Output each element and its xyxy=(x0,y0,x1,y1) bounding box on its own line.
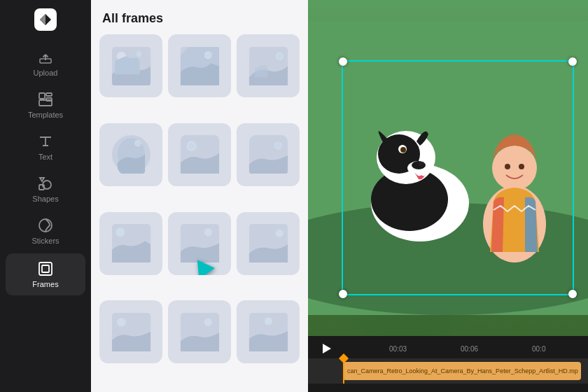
cursor-pointer xyxy=(197,258,216,275)
svg-point-43 xyxy=(412,161,426,169)
svg-point-29 xyxy=(275,230,283,237)
svg-point-33 xyxy=(204,318,211,326)
svg-point-44 xyxy=(419,162,424,166)
sidebar-item-shapes-label: Shapes xyxy=(32,195,58,203)
frame-item[interactable] xyxy=(168,212,231,275)
frame-item[interactable] xyxy=(237,34,300,97)
frame-thumbnail xyxy=(109,221,153,265)
frame-thumbnail xyxy=(246,221,290,265)
timeline-controls: 00:03 00:06 00:0 xyxy=(308,336,588,358)
sidebar-item-templates-label: Templates xyxy=(28,111,63,119)
video-canvas[interactable] xyxy=(308,0,588,336)
frame-item[interactable] xyxy=(168,34,231,97)
svg-point-25 xyxy=(115,227,125,237)
timeline-ruler: 00:03 00:06 00:0 xyxy=(342,343,580,354)
templates-icon xyxy=(37,91,54,108)
sidebar-item-text[interactable]: Text xyxy=(0,126,91,168)
sidebar-item-text-label: Text xyxy=(38,153,52,161)
sidebar-item-templates[interactable]: Templates xyxy=(0,84,91,126)
svg-rect-10 xyxy=(42,265,49,272)
upload-icon xyxy=(37,49,54,66)
sidebar-item-stickers[interactable]: Stickers xyxy=(0,210,91,252)
playhead[interactable] xyxy=(343,358,344,384)
text-icon xyxy=(37,133,54,150)
sidebar: Upload Templates Text Shapes Stickers xyxy=(0,0,91,392)
sidebar-item-shapes[interactable]: Shapes xyxy=(0,168,91,210)
play-button[interactable] xyxy=(316,339,336,358)
frame-item[interactable] xyxy=(237,300,300,363)
frames-panel: All frames xyxy=(91,0,308,392)
frame-thumbnail xyxy=(178,221,222,265)
shapes-icon xyxy=(37,175,54,192)
stickers-icon xyxy=(37,217,54,234)
sidebar-item-upload-label: Upload xyxy=(34,69,58,77)
svg-rect-2 xyxy=(39,93,45,99)
frames-icon xyxy=(37,260,54,277)
svg-marker-51 xyxy=(323,344,331,354)
frame-thumbnail xyxy=(109,44,153,88)
frames-grid xyxy=(91,34,308,392)
time-marker-2: 00:06 xyxy=(461,345,478,353)
clip-name: can_Camera_Retro_Looking_At_Camera_By_Ha… xyxy=(347,368,578,374)
svg-point-31 xyxy=(117,318,126,327)
frame-item[interactable] xyxy=(237,212,300,275)
frame-thumbnail xyxy=(246,44,290,88)
svg-point-48 xyxy=(492,146,537,190)
svg-point-27 xyxy=(204,228,211,236)
svg-rect-3 xyxy=(46,93,52,96)
video-clip[interactable]: can_Camera_Retro_Looking_At_Camera_By_Ha… xyxy=(343,362,581,380)
frame-item[interactable] xyxy=(99,34,162,97)
frame-item[interactable] xyxy=(168,300,231,363)
frame-item[interactable] xyxy=(99,123,162,186)
frame-item[interactable] xyxy=(99,212,162,275)
sidebar-item-frames[interactable]: Frames xyxy=(6,253,85,295)
svg-rect-9 xyxy=(39,262,52,275)
svg-point-35 xyxy=(264,317,272,325)
sidebar-item-upload[interactable]: Upload xyxy=(0,42,91,84)
app-logo xyxy=(31,6,59,34)
video-scene xyxy=(308,0,588,336)
frame-item[interactable] xyxy=(99,300,162,363)
editor-area: 00:03 00:06 00:0 can_Camera_Retro_Lookin… xyxy=(308,0,588,392)
svg-point-49 xyxy=(505,164,510,169)
panel-title: All frames xyxy=(91,0,308,34)
sidebar-item-frames-label: Frames xyxy=(32,280,58,288)
frame-thumbnail xyxy=(246,132,290,176)
frame-item[interactable] xyxy=(168,123,231,186)
frame-thumbnail xyxy=(178,44,222,88)
svg-point-50 xyxy=(519,164,524,169)
frame-thumbnail xyxy=(246,310,290,354)
timeline-track: can_Camera_Retro_Looking_At_Camera_By_Ha… xyxy=(308,358,588,384)
timeline: 00:03 00:06 00:0 can_Camera_Retro_Lookin… xyxy=(308,336,588,392)
time-marker-3: 00:0 xyxy=(532,345,545,353)
frame-thumbnail xyxy=(109,310,153,354)
svg-point-46 xyxy=(400,147,406,153)
frame-thumbnail xyxy=(178,310,222,354)
time-marker-1: 00:03 xyxy=(389,345,407,353)
frame-thumbnail xyxy=(178,132,222,176)
frame-item[interactable] xyxy=(237,123,300,186)
sidebar-item-stickers-label: Stickers xyxy=(31,237,59,245)
frame-thumbnail xyxy=(109,132,153,176)
scene-svg xyxy=(308,0,588,336)
